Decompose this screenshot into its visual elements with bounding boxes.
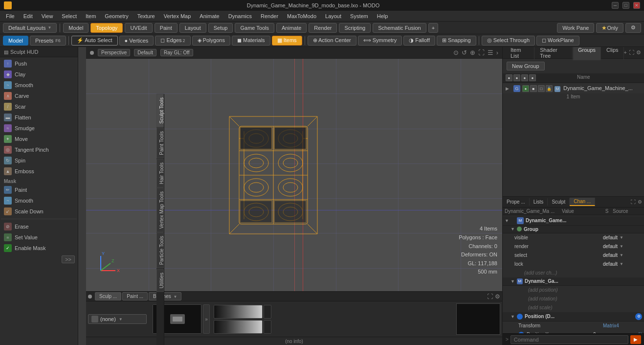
paint-tools-tab[interactable]: Paint Tools (156, 128, 164, 159)
utilities-tab[interactable]: Utilities (156, 269, 164, 292)
section-arrow-4[interactable]: ▼ (511, 314, 515, 319)
brush-selector[interactable]: (none) ▼ (88, 314, 147, 324)
select-value[interactable]: default ▼ (603, 253, 642, 258)
tool-spin[interactable]: ↻ Spin (1, 155, 77, 166)
hair-tools-tab[interactable]: Hair Tools (156, 159, 164, 187)
rph-expand-icon[interactable]: ⛶ (629, 49, 634, 56)
brush-expand-btn[interactable]: » (203, 304, 210, 334)
menu-system[interactable]: System (346, 12, 372, 20)
mode-model[interactable]: Model (3, 36, 28, 46)
tool-move[interactable]: ✦ Move (1, 134, 77, 144)
workpane-button[interactable]: Work Pane (557, 23, 594, 33)
group-lock-icon[interactable]: 🔒 (546, 85, 553, 92)
tool-smooth-mask[interactable]: ~ Smooth (1, 195, 77, 206)
settings-panel-icon[interactable]: ⚙ (495, 293, 500, 300)
menu-dynamics[interactable]: Dynamics (224, 12, 256, 20)
tool-scar[interactable]: / Scar (1, 101, 77, 112)
select-through-toggle[interactable]: ◎ Select Through (482, 36, 535, 46)
command-prompt-icon[interactable]: > (506, 337, 509, 342)
tool-set-value[interactable]: = Set Value (1, 232, 77, 243)
materials-toggle[interactable]: ◼ Materials (232, 36, 270, 46)
expand-button[interactable]: >> (62, 255, 75, 263)
vertices-toggle[interactable]: ● Vertices (119, 36, 154, 46)
bottom-panel-dot[interactable] (88, 295, 92, 299)
menu-view[interactable]: View (38, 12, 57, 20)
menu-file[interactable]: File (2, 12, 19, 20)
refresh-icon[interactable]: ↺ (462, 49, 467, 56)
sculpt-tab[interactable]: Sculp ... (95, 292, 121, 300)
menu-vertex-map[interactable]: Vertex Map (160, 12, 195, 20)
tool-clay[interactable]: ◆ Clay (1, 69, 77, 80)
tool-paint-mask[interactable]: ✏ Paint (1, 184, 77, 195)
tool-smudge[interactable]: ≈ Smudge (1, 123, 77, 134)
tool-emboss[interactable]: ▲ Emboss (1, 166, 77, 177)
tab-setup[interactable]: Setup (208, 23, 233, 33)
auto-select-toggle[interactable]: ⚡ Auto Select (71, 36, 118, 46)
perspective-button[interactable]: Perspective (98, 49, 130, 56)
ptab-lists[interactable]: Lists (530, 198, 548, 206)
settings-button[interactable]: ⚙ (625, 23, 641, 33)
menu-select[interactable]: Select (58, 12, 81, 20)
menu-geometry[interactable]: Geometry (101, 12, 132, 20)
tool-enable-mask[interactable]: ✓ Enable Mask (1, 243, 77, 253)
expand-view-icon[interactable]: ⛶ (487, 293, 493, 300)
tab-animate[interactable]: Animate (276, 23, 307, 33)
tab-model[interactable]: Model (63, 23, 89, 33)
raygl-button[interactable]: Ray GL: Off (160, 49, 193, 56)
menu-item[interactable]: Item (82, 12, 100, 20)
sculpt-tools-tab[interactable]: Sculpt Tools (156, 94, 164, 127)
group-eye-icon[interactable]: ● (522, 85, 529, 92)
tab-render[interactable]: Render (309, 23, 337, 33)
viewport-menu-icon[interactable]: ☰ (488, 49, 493, 56)
section-arrow-2[interactable]: ▼ (511, 227, 515, 231)
tool-scale-down[interactable]: ↙ Scale Down (1, 206, 77, 217)
add-tab-button[interactable]: + (428, 23, 438, 33)
new-group-button[interactable]: New Group (507, 62, 545, 70)
main-swatch[interactable] (456, 303, 500, 335)
tool-carve[interactable]: ∧ Carve (1, 91, 77, 101)
shading-button[interactable]: Default (134, 49, 156, 56)
gradient-end-1[interactable] (264, 305, 271, 319)
tool-push[interactable]: ↑ Push (1, 58, 77, 69)
tab-uvedit[interactable]: UVEdit (125, 23, 152, 33)
tool-tangent-pinch[interactable]: ◎ Tangent Pinch (1, 144, 77, 155)
rph-settings-icon[interactable]: ⚙ (636, 49, 641, 56)
tab-schematic-fusion[interactable]: Schematic Fusion (373, 23, 426, 33)
tool-erase[interactable]: ⊘ Erase (1, 221, 77, 232)
rtab-shader-tree[interactable]: Shader Tree (535, 47, 573, 60)
action-center-toggle[interactable]: ⊕ Action Center (308, 36, 356, 46)
visible-value[interactable]: default ▼ (603, 235, 642, 240)
edges-toggle[interactable]: ◻ Edges 2 (155, 36, 190, 46)
gradient-end-2[interactable] (264, 320, 271, 334)
group-render-icon[interactable]: ■ (530, 85, 537, 92)
snapping-toggle[interactable]: ⊞ Snapping (437, 36, 476, 46)
group-row[interactable]: ▶ G ● ■ □ 🔒 M Dynamic_Game_Machine_... (503, 84, 644, 93)
star-only-button[interactable]: ★ Only (596, 23, 623, 33)
maximize-button[interactable]: □ (622, 2, 629, 9)
presets-button[interactable]: Presets F6 (30, 36, 66, 46)
lock-dropdown[interactable]: ▼ (620, 262, 623, 266)
viewport-menu-dot[interactable] (90, 51, 94, 55)
menu-texture[interactable]: Texture (133, 12, 159, 20)
menu-maxtomodo[interactable]: MaxToModo (283, 12, 320, 20)
command-run-button[interactable]: ▶ (630, 335, 641, 344)
menu-layout[interactable]: Layout (321, 12, 345, 20)
viewport-canvas[interactable]: Y X Z 4 Items Polygons : Face Channels: … (86, 59, 502, 291)
command-input[interactable] (511, 335, 628, 344)
tab-paint[interactable]: Paint (155, 23, 178, 33)
fullscreen-icon[interactable]: ⛶ (478, 49, 485, 56)
rtab-groups[interactable]: Groups (573, 47, 601, 60)
camera-icon[interactable]: ⊙ (453, 49, 459, 56)
menu-edit[interactable]: Edit (20, 12, 37, 20)
gradient-2[interactable] (214, 320, 263, 334)
render-value[interactable]: default ▼ (603, 244, 642, 249)
polygons-toggle[interactable]: ◈ Polygons (192, 36, 230, 46)
default-layouts-dropdown[interactable]: Default Layouts ▼ (3, 23, 57, 33)
menu-help[interactable]: Help (373, 12, 392, 20)
workplane-toggle[interactable]: ◻ WorkPlane (536, 36, 579, 46)
menu-animate[interactable]: Animate (196, 12, 223, 20)
ptab-sculpt[interactable]: Sculpt (548, 198, 570, 206)
rtab-item-list[interactable]: Item List (506, 47, 534, 60)
visible-dropdown[interactable]: ▼ (620, 235, 623, 240)
expand-arrow[interactable]: ▶ (506, 86, 511, 91)
